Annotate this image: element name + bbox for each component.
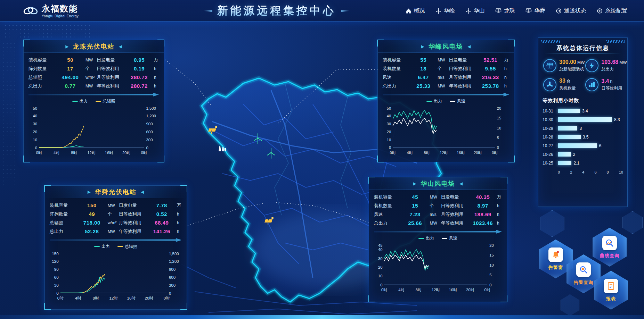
svg-text:0: 0	[169, 291, 171, 295]
stat-value: 8.97	[471, 203, 495, 209]
stat-value: 18	[411, 66, 435, 72]
chart-legend: 出力 风速	[378, 98, 514, 104]
svg-text:600: 600	[169, 275, 176, 279]
nav-item-longzhu[interactable]: 龙珠	[495, 7, 515, 15]
station-panel-huafeng: ▶ 华峰风电场 ◀ 装机容量55MW 装机数量18个 风速6.47m/s 总出力…	[377, 40, 514, 162]
stat-label: 总出力	[50, 228, 78, 235]
bar-chart-title: 等效利用小时数	[543, 98, 623, 104]
legend-item: 总辐照	[96, 98, 115, 104]
svg-text:40: 40	[387, 114, 391, 118]
nav-item-channel-status[interactable]: 通道状态	[556, 7, 586, 15]
nav-item-huafeng[interactable]: 华峰	[435, 7, 455, 15]
arrow-right-icon: ▶	[421, 44, 424, 49]
stat-label: 装机容量	[50, 202, 78, 209]
legend-marker	[442, 238, 447, 239]
stat-value: 718.00	[78, 220, 106, 226]
kpi-label: 日等效利用	[601, 85, 622, 91]
svg-text:10: 10	[387, 138, 391, 142]
station-title: 华峰风电场	[429, 42, 463, 51]
svg-text:30: 30	[54, 283, 59, 287]
svg-text:16时: 16时	[457, 151, 465, 155]
stat-label: 阵列数量	[50, 211, 78, 217]
stat-label: 日等效利用	[97, 66, 127, 72]
stat-label: 装机容量	[28, 57, 57, 63]
stat-unit: h	[152, 66, 160, 71]
stat-value: 45	[402, 194, 427, 200]
stat-unit: h	[152, 84, 160, 89]
map-marker-plant[interactable]	[218, 144, 227, 153]
svg-text:15: 15	[497, 116, 501, 120]
map-marker-solar-huashun[interactable]	[264, 217, 275, 227]
svg-text:60: 60	[54, 275, 59, 279]
station-line-chart: 01020304050051015200时4时8时12时16时20时0时	[380, 104, 512, 159]
svg-text:16时: 16时	[105, 151, 114, 155]
series-出力	[60, 277, 105, 293]
svg-text:90: 90	[54, 267, 59, 271]
svg-text:8时: 8时	[424, 151, 430, 155]
stat-label: 日发电量	[119, 202, 149, 209]
hash-decoration	[606, 40, 625, 43]
tool-label: 曲线查询	[600, 253, 619, 259]
station-title: 龙珠光伏电站	[73, 42, 115, 51]
solar-station-icon	[264, 217, 275, 226]
stat-unit: h	[495, 212, 503, 217]
series-风速	[384, 255, 429, 269]
system-summary-panel: 系统总体运行信息 300.00MW 总新能源装机 103.68MW 总出力	[538, 37, 628, 207]
stat-value: 494.00	[57, 74, 83, 80]
map-marker-wind-1[interactable]	[253, 133, 263, 146]
station-panel-huashun: ▶ 华舜光伏电站 ◀ 装机容量150MW 阵列数量49个 总辐照718.00w/…	[44, 185, 187, 310]
svg-text:50: 50	[33, 106, 37, 110]
svg-text:0时: 0时	[36, 151, 42, 155]
stat-unit: MW	[427, 195, 441, 200]
equivalent-hours-bar-chart: 10-313.4 10-308.3 10-293 10-283.5 10-276…	[543, 107, 623, 174]
nav-label: 华舜	[534, 7, 545, 15]
nav-item-huashun[interactable]: 华舜	[525, 7, 545, 15]
bar-value: 8.3	[614, 117, 620, 122]
kpi-grid: 300.00MW 总新能源装机 103.68MW 总出力 33台 风机数量	[543, 58, 623, 95]
right-axis-ticks: 05101520	[489, 243, 494, 287]
bar-value: 2.1	[573, 161, 579, 166]
nav-item-system-config[interactable]: 系统配置	[597, 7, 627, 15]
svg-text:12时: 12时	[109, 296, 118, 300]
nav-item-overview[interactable]: 概况	[406, 7, 425, 15]
station-stats: 装机容量50MW 阵列数量17个 总辐照494.00w/m² 总出力0.77MW…	[24, 53, 164, 91]
stat-unit: 个	[106, 211, 119, 217]
legend-label: 总辐照	[125, 244, 137, 250]
stat-value: 17	[57, 66, 83, 72]
wind-turbine-icon	[266, 147, 276, 159]
stat-unit: 个	[435, 66, 449, 72]
stat-label: 年等效利用	[449, 83, 479, 89]
station-panel-header: ▶ 华山风电场 ◀	[369, 177, 507, 190]
map-marker-solar-longzhu[interactable]	[208, 126, 218, 136]
arrow-right-icon: ▶	[413, 181, 416, 186]
stat-label: 月等效利用	[97, 74, 127, 81]
svg-text:5: 5	[497, 136, 499, 140]
stat-unit: 万	[495, 194, 503, 200]
chart-legend: 出力 风速	[369, 235, 507, 242]
alarm-search-icon	[576, 262, 591, 277]
kpi-label: 风机数量	[559, 85, 576, 91]
stat-label: 风速	[383, 74, 411, 81]
map-marker-wind-2[interactable]	[266, 147, 276, 160]
svg-text:45: 45	[378, 243, 382, 247]
nav-label: 通道状态	[564, 7, 586, 15]
stat-unit: 万	[502, 57, 510, 63]
kpi-total-output: 103.68MW 总出力	[585, 59, 627, 72]
chart-legend: 出力 总辐照	[45, 243, 187, 250]
stat-label: 风速	[374, 211, 402, 218]
stat-row: 总出力25.66MW	[374, 219, 441, 227]
series-风速	[393, 118, 437, 134]
axis-tick: 10	[619, 170, 623, 174]
solar-panel-icon	[525, 8, 532, 14]
legend-item: 风速	[450, 98, 465, 104]
bar-label: 10-29	[543, 126, 558, 131]
nav-item-huashan[interactable]: 华山	[465, 7, 485, 15]
stat-row: 月等效利用188.69h	[441, 210, 503, 219]
left-axis-ticks: 0306090120150	[52, 252, 58, 295]
bar-row: 10-308.3	[543, 115, 623, 124]
svg-text:900: 900	[169, 267, 176, 271]
divider-arrow	[28, 93, 159, 96]
svg-text:15: 15	[489, 253, 494, 257]
series-总辐照	[39, 126, 83, 148]
right-axis-ticks: 03006009001,2001,500	[146, 106, 156, 150]
